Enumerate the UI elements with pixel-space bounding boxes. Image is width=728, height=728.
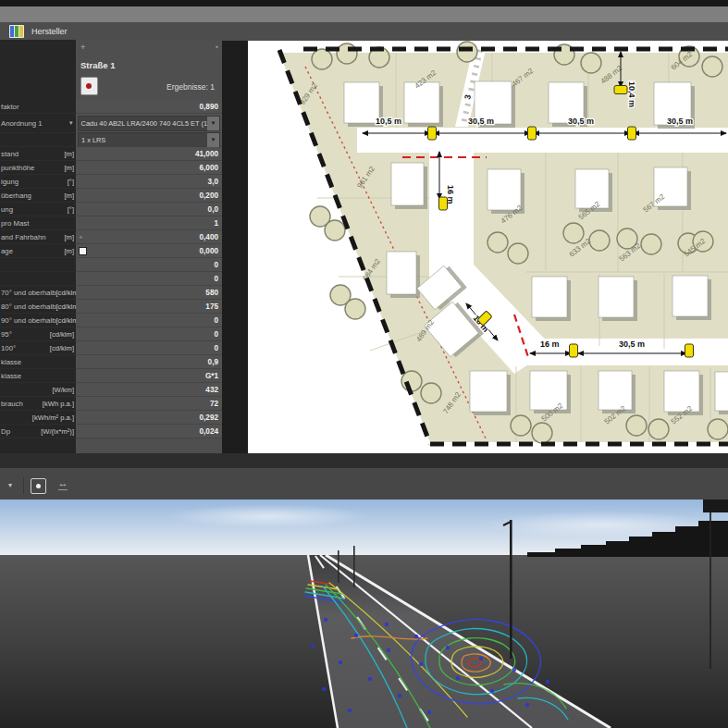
property-label: 90° und oberhalb <box>0 316 56 325</box>
property-value-cell: 0,200 <box>76 189 222 203</box>
property-value[interactable]: 0,890 <box>76 103 222 111</box>
property-value[interactable]: 3,0 <box>76 178 222 186</box>
property-label-cell: [kWh/m² p.a.] <box>0 411 76 425</box>
property-value[interactable]: 0,9 <box>76 358 222 366</box>
property-value[interactable]: 6,000 <box>76 164 222 172</box>
combo-dropdown-button[interactable]: ▾ <box>207 133 219 147</box>
house <box>530 371 571 413</box>
house <box>715 372 728 414</box>
property-rows: faktor0,890Anordnung 1▾Cadu 40 AB2L LRA/… <box>0 100 222 438</box>
tree <box>345 299 365 319</box>
property-value[interactable]: 0 <box>76 275 222 283</box>
tree <box>457 42 477 62</box>
property-value[interactable]: 432 <box>76 386 222 394</box>
house <box>387 252 420 298</box>
property-label-cell: Dp[W/(lx*m²)] <box>0 425 76 438</box>
house <box>598 371 635 413</box>
property-unit: [m] <box>64 150 76 158</box>
property-row: 90° und oberhalb[cd/klm]0 <box>0 314 222 327</box>
property-value[interactable]: 72 <box>76 400 222 408</box>
svg-text:30,5 m: 30,5 m <box>619 339 645 349</box>
property-unit: [kWh/m² p.a.] <box>32 413 76 422</box>
property-value[interactable]: 175 <box>76 302 222 311</box>
toolbar-title[interactable]: Hersteller <box>31 27 68 36</box>
property-row: klasse0,9 <box>0 355 222 369</box>
property-label-cell <box>0 133 76 147</box>
luminaire-symbol[interactable] <box>614 86 627 94</box>
house <box>391 163 427 209</box>
photometric-preview-button[interactable] <box>80 77 98 95</box>
view-select-caret[interactable]: ▾ <box>8 481 12 489</box>
tree <box>325 220 345 241</box>
property-value-cell: 0 <box>76 341 222 355</box>
property-value[interactable]: 0 <box>76 344 222 352</box>
property-label: klasse <box>0 358 76 366</box>
luminaire-combo[interactable]: 1 x LRS▾ <box>78 132 220 148</box>
property-unit: [W/(lx*m²)] <box>41 427 76 436</box>
fit-width-button[interactable]: ↔ <box>54 476 72 495</box>
manufacturer-catalog-icon[interactable] <box>9 25 24 38</box>
tree <box>337 43 357 64</box>
property-value[interactable]: G*1 <box>76 372 222 380</box>
luminaire-symbol[interactable] <box>428 127 437 140</box>
property-label-cell: brauch[kWh p.a.] <box>0 397 76 411</box>
property-row: 80° und oberhalb[cd/klm]175 <box>0 300 222 314</box>
row-checkbox[interactable] <box>79 247 87 255</box>
property-row: 100°[cd/klm]0 <box>0 341 222 355</box>
property-value[interactable]: 0 <box>76 330 222 339</box>
property-row: [W/km]432 <box>0 383 222 397</box>
terrain-silhouette <box>500 521 728 557</box>
property-label: pro Mast <box>0 219 76 228</box>
tree <box>312 49 332 69</box>
property-value[interactable]: 0,024 <box>76 427 222 436</box>
property-value-cell: 0 <box>76 327 222 341</box>
property-value-cell: 1 x LRS▾ <box>76 133 222 147</box>
property-value-cell: 0,292 <box>76 411 222 425</box>
tree <box>532 423 552 443</box>
view3d-canvas[interactable] <box>0 500 728 728</box>
luminaire-symbol[interactable] <box>528 127 537 140</box>
property-row: faktor0,890 <box>0 100 222 114</box>
luminaire-symbol[interactable] <box>685 344 694 357</box>
window-titlebar <box>0 0 728 6</box>
property-value[interactable]: 0,200 <box>76 191 222 200</box>
property-row: ung[°]0,0 <box>0 203 222 216</box>
property-unit: [°] <box>68 205 76 214</box>
property-value[interactable]: 0,400 <box>83 233 222 241</box>
focus-view-button[interactable] <box>31 478 46 494</box>
property-label-cell: 70° und oberhalb[cd/klm] <box>0 286 76 300</box>
luminaire-symbol[interactable] <box>439 197 448 210</box>
svg-text:10,4 m: 10,4 m <box>627 81 636 107</box>
property-unit: [m] <box>64 191 76 200</box>
property-row: brauch[kWh p.a.]72 <box>0 397 222 411</box>
property-label-cell: 95°[cd/klm] <box>0 327 76 341</box>
property-unit: [°] <box>68 178 76 186</box>
collapse-icon[interactable]: + <box>80 43 85 52</box>
property-value[interactable]: 0,000 <box>87 247 222 255</box>
luminaire-symbol[interactable] <box>628 127 636 140</box>
house <box>598 277 637 321</box>
property-value[interactable]: 0 <box>76 261 222 269</box>
panel-menu-dot[interactable]: ▪ <box>216 43 218 51</box>
luminaire-combo[interactable]: Cadu 40 AB2L LRA/2400 740 4CL5 ET (1▾ <box>78 116 220 131</box>
property-value[interactable]: 0,0 <box>76 205 222 214</box>
property-label-cell: überhang[m] <box>0 189 76 203</box>
site-plan-canvas[interactable]: 929 m2 961 m2 684 m2 489 m2 748 m2 423 m… <box>248 41 728 453</box>
target-icon <box>36 484 41 488</box>
site-plan-svg: 929 m2 961 m2 684 m2 489 m2 748 m2 423 m… <box>248 41 728 453</box>
property-value[interactable]: 580 <box>76 289 222 297</box>
property-value[interactable]: 0,292 <box>76 413 222 422</box>
property-value[interactable]: 1 <box>76 219 222 228</box>
application-window: Hersteller + ▪ Straße 1 Ergebnisse: 1 fa… <box>0 0 728 728</box>
property-value[interactable]: 41,000 <box>76 150 222 158</box>
property-label: ung <box>0 205 68 214</box>
results-header: + ▪ Straße 1 Ergebnisse: 1 <box>0 40 222 100</box>
tree <box>487 232 508 253</box>
combo-dropdown-button[interactable]: ▾ <box>207 117 219 130</box>
luminaire-symbol[interactable] <box>570 344 578 357</box>
property-label: Anordnung 1 <box>0 119 69 128</box>
property-value[interactable]: 0 <box>76 316 222 325</box>
property-value-cell: 0,000 <box>76 244 222 258</box>
property-row: pro Mast1 <box>0 216 222 230</box>
main-toolbar: Hersteller <box>0 22 728 41</box>
